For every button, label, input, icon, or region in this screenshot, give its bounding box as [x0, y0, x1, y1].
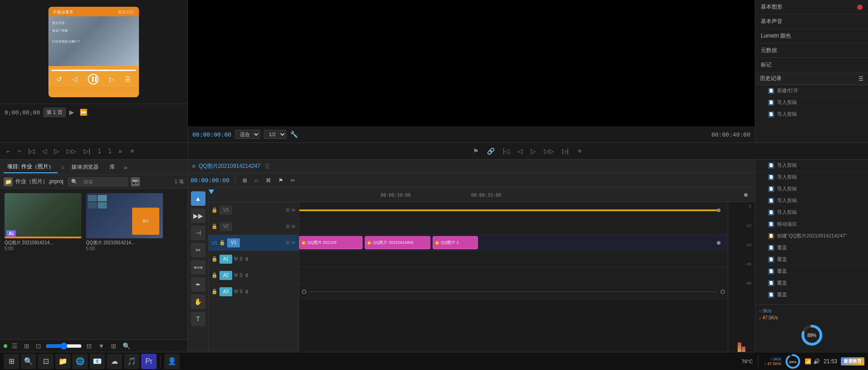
a3-s-label[interactable]: S	[239, 289, 243, 294]
settings-icon[interactable]: 🔧	[290, 131, 298, 138]
start-btn[interactable]: ⊞	[4, 354, 19, 369]
overwrite-btn[interactable]: ⤵	[106, 147, 113, 156]
a1-m-label[interactable]: M	[234, 256, 238, 261]
search-input[interactable]	[80, 178, 125, 185]
ripple-tool[interactable]: ⊣	[191, 226, 205, 240]
history-item-import-3[interactable]: 📄 导入剪辑	[755, 160, 868, 171]
v2-collapse-icon[interactable]: ⊞	[286, 223, 290, 229]
add-marker-btn[interactable]: ⌘	[264, 176, 273, 185]
tab-media-browser[interactable]: 媒体浏览器	[68, 161, 102, 173]
next-btn[interactable]: ▷	[110, 76, 114, 83]
clip-v1-2[interactable]: ▶ QQ图片 20210914406	[365, 236, 430, 249]
tab-project[interactable]: 项目: 作业（照片）	[4, 161, 57, 173]
prog-step-back-btn[interactable]: ◁	[516, 147, 525, 156]
prog-add-btn[interactable]: +	[575, 146, 584, 156]
prog-to-out-btn[interactable]: ▷|	[560, 147, 571, 156]
hand-tool[interactable]: ✋	[191, 294, 205, 309]
list-item[interactable]: Ai QQ图片 20210914214... 5:00	[5, 193, 81, 251]
history-item-new[interactable]: 📄 新建/打开	[755, 85, 868, 97]
page-select[interactable]: 第 1 页	[43, 108, 65, 117]
timeline-close-btn[interactable]: ✕	[191, 163, 196, 170]
v3-btn[interactable]: V3	[219, 206, 232, 215]
pen-tool[interactable]: ✒	[191, 277, 205, 292]
a3-m-label[interactable]: M	[234, 289, 238, 294]
play-stop-btn[interactable]: ▷	[52, 147, 61, 156]
v2-btn[interactable]: V2	[219, 222, 232, 231]
mark-in-btn[interactable]: ⌐	[5, 147, 12, 156]
history-item-import-6[interactable]: 📄 导入剪辑	[755, 195, 868, 207]
grid-view-btn[interactable]: ⊞	[22, 342, 31, 351]
new-bin-btn[interactable]: 📁	[4, 177, 13, 186]
a3-lock[interactable]: 🔒	[211, 289, 218, 294]
refresh-btn[interactable]: ↺	[57, 76, 62, 83]
ratio-select[interactable]: 1/2	[264, 130, 286, 139]
pinned-app-5[interactable]: 🎵	[124, 354, 139, 369]
v3-eye-icon[interactable]: 👁	[291, 208, 296, 213]
v1-collapse-icon[interactable]: ⊞	[286, 240, 290, 246]
right-panel-metadata[interactable]: 元数据	[755, 43, 868, 58]
a2-btn[interactable]: A2	[219, 271, 232, 280]
prev-btn[interactable]: ◁	[72, 76, 77, 83]
search-taskbar-btn[interactable]: 🔍	[21, 354, 36, 369]
right-panel-basic-sound[interactable]: 基本声音	[755, 14, 868, 29]
step-fwd-btn[interactable]: ▷▷	[65, 147, 78, 156]
active-app-1[interactable]: 👤	[164, 354, 180, 369]
zoom-slider[interactable]	[46, 342, 82, 350]
v1-active-indicator[interactable]: V1	[211, 240, 217, 246]
right-panel-markers[interactable]: 标记	[755, 58, 868, 72]
a1-s-label[interactable]: S	[239, 256, 243, 261]
prog-mark-btn[interactable]: ⚑	[471, 147, 481, 156]
timeline-tab[interactable]: QQ图片20210914214247	[199, 162, 260, 170]
razor-tool[interactable]: ✂	[191, 243, 205, 257]
history-item-cover-5[interactable]: 📄 覆盖	[755, 289, 868, 301]
a2-m-label[interactable]: M	[234, 273, 238, 278]
history-item-move[interactable]: 📄 移动项目	[755, 218, 868, 230]
marker-btn[interactable]: ⚑	[277, 176, 285, 185]
razor-btn[interactable]: ✂	[289, 176, 297, 185]
pinned-app-2[interactable]: 🌐	[72, 354, 88, 369]
prog-step-fwd-btn[interactable]: ▷▷	[542, 147, 556, 156]
history-item-cover-3[interactable]: 📄 覆盖	[755, 266, 868, 277]
prog-play-btn[interactable]: ▷	[529, 147, 538, 156]
fit-select[interactable]: 适合	[235, 130, 260, 139]
music-progress-bar[interactable]	[51, 70, 136, 71]
snap-btn[interactable]: ⊞	[241, 176, 249, 185]
clip-v1-3[interactable]: ▶ QQ图片 2	[433, 236, 478, 249]
prog-link-btn[interactable]: 🔗	[485, 147, 496, 156]
freeform-btn[interactable]: ⊡	[34, 342, 43, 351]
sort-dir-icon[interactable]: ▼	[96, 342, 106, 351]
step-back-btn[interactable]: ◁	[40, 147, 49, 156]
volume-icon[interactable]: 🔊	[813, 358, 820, 365]
history-item-import-1[interactable]: 📄 导入剪辑	[755, 97, 868, 109]
list-item[interactable]: 图片 QQ图片 20210914214... 5:00	[86, 193, 163, 251]
history-section-header[interactable]: 历史记录 ☰	[755, 72, 868, 85]
panel-expand-btn[interactable]: »	[122, 163, 129, 172]
linked-btn[interactable]: ∩	[253, 176, 260, 185]
tab-library[interactable]: 库	[106, 161, 119, 173]
mark-out-btn[interactable]: ¬	[15, 147, 23, 156]
a2-s-label[interactable]: S	[239, 273, 243, 278]
to-out-btn[interactable]: ▷|	[82, 147, 92, 156]
a3-btn[interactable]: A3	[219, 287, 232, 296]
to-in-btn[interactable]: |◁	[26, 147, 37, 156]
history-item-import-7[interactable]: 📄 导入剪辑	[755, 207, 868, 218]
v2-eye-icon[interactable]: 👁	[291, 224, 296, 229]
timeline-menu-btn[interactable]: ☰	[265, 163, 270, 170]
history-item-create[interactable]: 📄 创建"QQ图片20210914214247"	[755, 230, 868, 242]
play-btn[interactable]: ▐▐	[88, 74, 99, 85]
v1-btn[interactable]: V1	[227, 238, 240, 247]
add-btn[interactable]: +	[127, 146, 137, 156]
sort-icon[interactable]: ⊟	[85, 342, 94, 351]
task-view-btn[interactable]: ⊡	[38, 354, 53, 369]
list-view-btn[interactable]: ☰	[10, 342, 19, 351]
insert-btn[interactable]: ⤵	[96, 147, 103, 156]
project-menu-icon[interactable]: ≡	[61, 164, 64, 171]
v3-collapse-icon[interactable]: ⊞	[286, 207, 290, 213]
slip-tool[interactable]: ⟺	[191, 260, 205, 275]
pinned-app-4[interactable]: ☁	[107, 354, 122, 369]
v1-lock[interactable]: 🔒	[219, 240, 225, 246]
v3-end-handle[interactable]	[717, 209, 720, 212]
page-nav-step[interactable]: ⏩	[78, 108, 89, 117]
right-panel-lumetri[interactable]: Lumetri 颜色	[755, 29, 868, 43]
page-nav-forward[interactable]: ▶	[67, 108, 76, 117]
